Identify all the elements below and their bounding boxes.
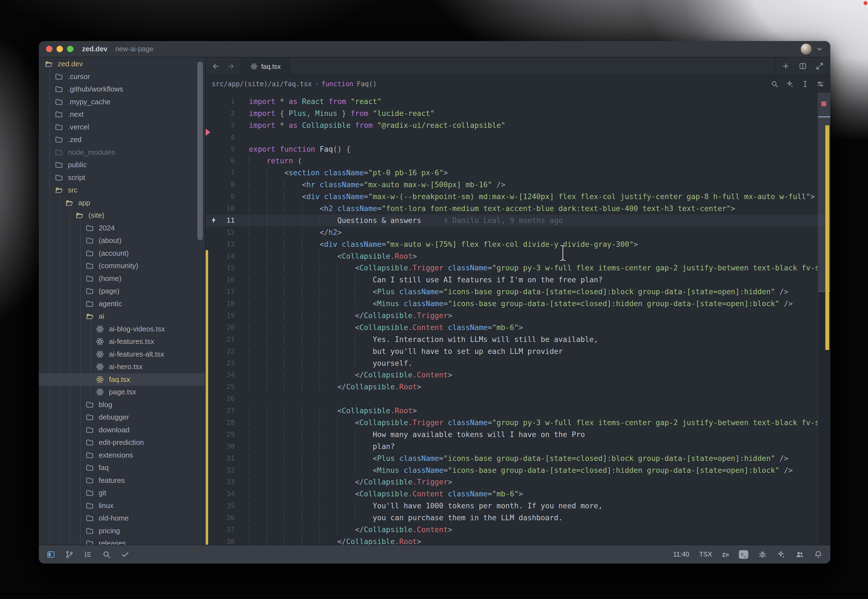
tree-item-agentic[interactable]: agentic bbox=[39, 298, 205, 310]
chevron-down-icon[interactable] bbox=[816, 45, 823, 53]
tree-item-ai-blog-videos.tsx[interactable]: ai-blog-videos.tsx bbox=[39, 323, 205, 336]
code-line[interactable]: 18 <Minus className="icons-base group-da… bbox=[206, 298, 830, 310]
code-line[interactable]: 28 <Collapsible.Trigger className="group… bbox=[206, 417, 830, 429]
code-line[interactable]: 5export function Faq() { bbox=[206, 143, 830, 155]
code-line[interactable]: 30 plan? bbox=[206, 440, 830, 452]
tree-item-linux[interactable]: linux bbox=[39, 500, 205, 512]
code-line[interactable]: 36 you can purchase them in the LLM dash… bbox=[206, 512, 830, 524]
tree-item-faq[interactable]: faq bbox=[39, 462, 205, 474]
line-number[interactable]: 21 bbox=[206, 335, 249, 343]
line-number[interactable]: 4 bbox=[206, 133, 249, 141]
tree-item-download[interactable]: download bbox=[39, 424, 205, 436]
tree-item-faq.tsx[interactable]: faq.tsx bbox=[39, 373, 205, 386]
line-number[interactable]: 25 bbox=[206, 383, 249, 391]
line-number[interactable]: 36 bbox=[206, 513, 249, 522]
line-number[interactable]: 27 bbox=[206, 406, 249, 415]
line-number[interactable]: 34 bbox=[206, 490, 249, 498]
editor-scrollbar[interactable] bbox=[818, 93, 830, 545]
code-line[interactable]: 1import * as React from "react" bbox=[206, 95, 830, 107]
edit-prediction-icon[interactable]: z» bbox=[722, 551, 729, 558]
line-number[interactable]: 24 bbox=[206, 371, 249, 379]
notifications-bell-icon[interactable] bbox=[814, 550, 823, 559]
tree-item--home-[interactable]: (home) bbox=[39, 272, 205, 285]
tree-item-.github-workflows[interactable]: .github/workflows bbox=[39, 83, 205, 96]
tree-item-debugger[interactable]: debugger bbox=[39, 411, 205, 424]
git-blame-inline[interactable]: Danilo Leal, 9 months ago bbox=[442, 216, 563, 224]
code-line[interactable]: 9 <div className="max-w-(--breakpoint-sm… bbox=[206, 191, 830, 202]
code-line[interactable]: 26 bbox=[206, 393, 830, 405]
line-number[interactable]: 16 bbox=[206, 275, 249, 284]
line-number[interactable]: 2 bbox=[206, 109, 249, 117]
debugger-icon[interactable] bbox=[758, 550, 767, 559]
code-line[interactable]: 11 Questions & answersDanilo Leal, 9 mon… bbox=[206, 214, 830, 226]
line-number[interactable]: 33 bbox=[206, 478, 249, 486]
breadcrumb-symbol-keyword[interactable]: function bbox=[321, 80, 354, 88]
line-number[interactable]: 28 bbox=[206, 418, 249, 426]
line-number[interactable]: 30 bbox=[206, 442, 249, 450]
project-name[interactable]: zed.dev bbox=[82, 45, 108, 53]
tree-item-blog[interactable]: blog bbox=[39, 399, 205, 411]
project-panel-icon[interactable] bbox=[47, 550, 55, 559]
search-icon[interactable] bbox=[102, 550, 111, 559]
code-line[interactable]: 13 <div className="mx-auto w-[75%] flex … bbox=[206, 238, 830, 250]
line-number[interactable]: 1 bbox=[206, 97, 249, 105]
code-line[interactable]: 32 <Minus className="icons-base group-da… bbox=[206, 464, 830, 476]
code-line[interactable]: 34 <Collapsible.Content className="mb-6"… bbox=[206, 488, 830, 500]
code-line[interactable]: 35 You'll have 1000 tokens per month. If… bbox=[206, 500, 830, 512]
tree-item-src[interactable]: src bbox=[39, 184, 205, 197]
line-number[interactable]: 37 bbox=[206, 525, 249, 534]
git-deleted-marker[interactable] bbox=[206, 129, 210, 136]
zoom-window-button[interactable] bbox=[67, 46, 74, 52]
diagnostics-check-icon[interactable] bbox=[121, 550, 129, 559]
selection-ibeam-icon[interactable] bbox=[801, 80, 809, 88]
close-window-button[interactable] bbox=[46, 46, 53, 52]
line-number[interactable]: 19 bbox=[206, 312, 249, 319]
expand-pane-icon[interactable] bbox=[815, 62, 824, 70]
code-line[interactable]: 15 <Collapsible.Trigger className="group… bbox=[206, 262, 830, 274]
tree-item-git[interactable]: git bbox=[39, 487, 205, 500]
code-action-bolt-icon[interactable] bbox=[210, 217, 218, 224]
tree-item-node-modules[interactable]: node_modules bbox=[39, 146, 205, 159]
line-number[interactable]: 20 bbox=[206, 324, 249, 331]
outline-icon[interactable] bbox=[84, 550, 92, 559]
new-tab-icon[interactable] bbox=[782, 62, 790, 70]
tree-item-.next[interactable]: .next bbox=[39, 108, 205, 121]
tree-item--site-[interactable]: (site) bbox=[39, 209, 205, 222]
tree-item-zed.dev[interactable]: zed.dev bbox=[39, 58, 205, 71]
code-line[interactable]: 10 <h2 className="font-lora font-medium … bbox=[206, 202, 830, 214]
code-line[interactable]: 7 <section className="pt-0 pb-16 px-6"> bbox=[206, 167, 830, 179]
line-number[interactable]: 3 bbox=[206, 121, 249, 129]
code-line[interactable]: 38 </Collapsible.Root> bbox=[206, 536, 830, 545]
tree-item--account-[interactable]: (account) bbox=[39, 247, 205, 260]
editor-controls-icon[interactable] bbox=[817, 80, 824, 88]
minimize-window-button[interactable] bbox=[57, 46, 63, 52]
code-line[interactable]: 14 <Collapsible.Root> bbox=[206, 250, 830, 262]
nav-back-icon[interactable] bbox=[212, 62, 220, 71]
tree-item-ai-features.tsx[interactable]: ai-features.tsx bbox=[39, 335, 205, 348]
tree-item-2024[interactable]: 2024 bbox=[39, 222, 205, 235]
tree-item-.vercel[interactable]: .vercel bbox=[39, 121, 205, 134]
assistant-sparkles-icon[interactable] bbox=[777, 550, 785, 559]
code-line[interactable]: 37 </Collapsible.Content> bbox=[206, 524, 830, 536]
code-line[interactable]: 8 <hr className="mx-auto max-w-[500px] m… bbox=[206, 179, 830, 191]
code-line[interactable]: 33 </Collapsible.Trigger> bbox=[206, 476, 830, 488]
line-number[interactable]: 32 bbox=[206, 466, 249, 474]
line-number[interactable]: 26 bbox=[206, 394, 249, 403]
line-number[interactable]: 13 bbox=[206, 240, 249, 248]
line-number[interactable]: 15 bbox=[206, 264, 249, 272]
breadcrumb-symbol-name[interactable]: Faq() bbox=[357, 80, 377, 88]
line-number[interactable]: 9 bbox=[206, 193, 249, 200]
code-line[interactable]: 24 </Collapsible.Content> bbox=[206, 369, 830, 381]
tree-item-.zed[interactable]: .zed bbox=[39, 133, 205, 146]
line-number[interactable]: 22 bbox=[206, 347, 249, 355]
code-line[interactable]: 17 <Plus className="icons-base group-dat… bbox=[206, 286, 830, 298]
code-editor[interactable]: 1import * as React from "react"2import {… bbox=[206, 93, 830, 545]
code-line[interactable]: 21 Yes. Interaction with LLMs will still… bbox=[206, 333, 830, 345]
tree-item--page-[interactable]: (page) bbox=[39, 285, 205, 298]
line-number[interactable]: 23 bbox=[206, 359, 249, 367]
code-line[interactable]: 23 yourself. bbox=[206, 357, 830, 369]
tree-item-.mypy-cache[interactable]: .mypy_cache bbox=[39, 96, 205, 108]
code-line[interactable]: 4 bbox=[206, 131, 830, 143]
line-number[interactable]: 31 bbox=[206, 454, 249, 462]
code-line[interactable]: 12 </h2> bbox=[206, 226, 830, 238]
